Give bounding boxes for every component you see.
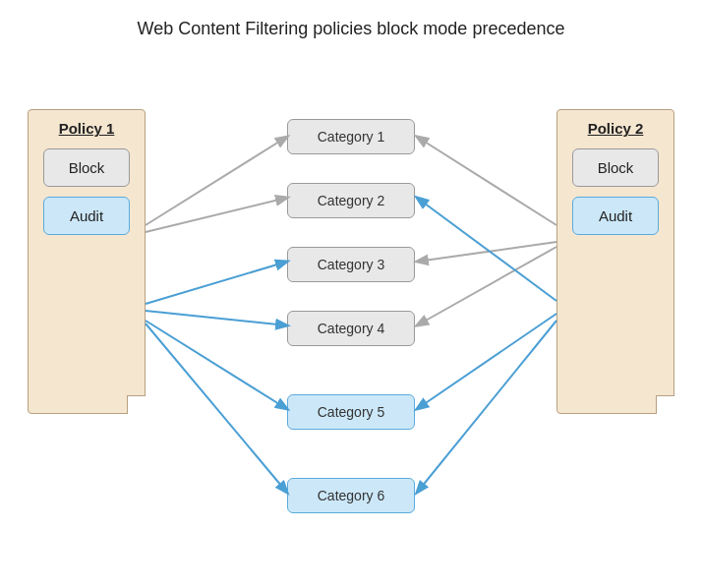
category-1: Category 1 [287,119,415,154]
policy1-title: Policy 1 [59,120,115,137]
svg-line-6 [146,311,287,325]
svg-line-9 [417,314,556,409]
page-title: Web Content Filtering policies block mod… [0,0,702,50]
svg-line-3 [417,242,556,262]
svg-line-11 [417,198,556,301]
svg-line-10 [417,321,556,493]
category-5: Category 5 [287,394,415,430]
diagram: Policy 1 Block Audit Policy 2 Block Audi… [0,50,702,571]
svg-line-7 [146,321,287,409]
policy1-audit-btn: Audit [43,197,130,235]
policy1-block-btn: Block [43,148,130,187]
svg-line-0 [146,137,287,225]
policy2-audit-btn: Audit [572,197,659,235]
svg-line-5 [146,262,287,304]
svg-line-8 [146,323,287,493]
category-3: Category 3 [287,247,415,282]
svg-line-1 [146,198,287,232]
policy2-panel: Policy 2 Block Audit [556,109,674,414]
category-2: Category 2 [287,183,415,218]
policy1-panel: Policy 1 Block Audit [28,109,146,414]
category-6: Category 6 [287,478,415,513]
policy2-block-btn: Block [572,148,659,187]
policy2-title: Policy 2 [588,120,644,137]
svg-line-4 [417,247,556,325]
svg-line-2 [417,137,556,225]
category-4: Category 4 [287,311,415,346]
